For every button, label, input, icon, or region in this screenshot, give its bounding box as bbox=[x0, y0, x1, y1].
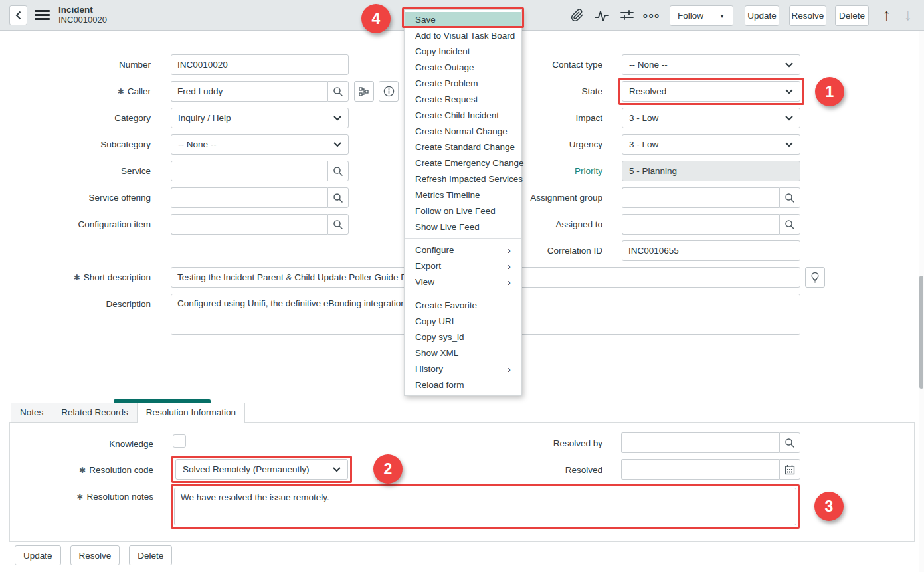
service-offering-input[interactable] bbox=[171, 187, 327, 208]
personalize-form-icon[interactable] bbox=[618, 7, 636, 23]
footer-resolve-button[interactable]: Resolve bbox=[70, 545, 120, 565]
page-title: Incident bbox=[58, 5, 107, 15]
scroll-to-bottom-icon[interactable]: ↓ bbox=[898, 4, 918, 25]
scroll-to-top-icon[interactable]: ↑ bbox=[877, 4, 897, 25]
caller-lookup-button[interactable] bbox=[327, 81, 349, 102]
menu-item-create-favorite[interactable]: Create Favorite bbox=[405, 298, 521, 314]
impact-select[interactable]: 3 - Low bbox=[622, 108, 800, 128]
correlation-id-input[interactable] bbox=[622, 240, 800, 261]
urgency-select[interactable]: 3 - Low bbox=[622, 134, 800, 155]
search-icon bbox=[333, 193, 343, 203]
menu-item-view[interactable]: View› bbox=[405, 274, 521, 290]
menu-item-save[interactable]: Save bbox=[405, 12, 521, 28]
menu-item-create-emergency-change[interactable]: Create Emergency Change bbox=[405, 155, 521, 171]
caller-label: ✱Caller bbox=[0, 86, 151, 96]
number-label: Number bbox=[0, 60, 151, 70]
subcategory-select[interactable]: -- None -- bbox=[171, 134, 349, 155]
scrollbar-thumb[interactable] bbox=[919, 276, 923, 389]
menu-item-copy-sys-id[interactable]: Copy sys_id bbox=[405, 330, 521, 345]
resolved-by-lookup-button[interactable] bbox=[779, 432, 800, 453]
menu-item-copy-url[interactable]: Copy URL bbox=[405, 314, 521, 330]
chevron-down-icon bbox=[333, 116, 341, 121]
description-label: Description bbox=[0, 299, 151, 309]
caller-input[interactable] bbox=[171, 81, 327, 102]
submenu-arrow-icon: › bbox=[508, 258, 511, 274]
menu-item-export[interactable]: Export› bbox=[405, 258, 521, 274]
context-menu-hamburger-icon[interactable] bbox=[35, 8, 50, 22]
header-update-button[interactable]: Update bbox=[745, 5, 779, 26]
header-delete-button[interactable]: Delete bbox=[835, 5, 869, 26]
menu-item-show-xml[interactable]: Show XML bbox=[405, 345, 521, 361]
attachment-icon[interactable] bbox=[569, 7, 586, 23]
resolved-by-input[interactable] bbox=[621, 432, 779, 453]
configuration-item-input[interactable] bbox=[171, 214, 327, 235]
required-marker-icon: ✱ bbox=[118, 87, 124, 96]
assigned-to-input[interactable] bbox=[622, 214, 779, 235]
resolved-label: Resolved bbox=[425, 465, 602, 475]
priority-readonly-field: 5 - Planning bbox=[622, 161, 800, 181]
service-input[interactable] bbox=[171, 161, 327, 181]
caller-hierarchy-button[interactable] bbox=[354, 81, 374, 102]
short-description-label: ✱Short description bbox=[0, 272, 151, 282]
state-select[interactable]: Resolved bbox=[622, 81, 800, 102]
number-input[interactable] bbox=[171, 54, 349, 75]
chevron-down-icon bbox=[785, 142, 793, 147]
header-resolve-button[interactable]: Resolve bbox=[789, 5, 826, 26]
menu-item-refresh-impacted-services[interactable]: Refresh Impacted Services bbox=[405, 171, 521, 187]
menu-item-create-normal-change[interactable]: Create Normal Change bbox=[405, 124, 521, 140]
record-number: INC0010020 bbox=[58, 15, 107, 25]
required-marker-icon: ✱ bbox=[79, 466, 86, 475]
more-options-icon[interactable]: ooo bbox=[640, 9, 663, 22]
resolution-code-select[interactable]: Solved Remotely (Permanently) bbox=[175, 459, 348, 480]
menu-item-metrics-timeline[interactable]: Metrics Timeline bbox=[405, 187, 521, 203]
menu-item-create-child-incident[interactable]: Create Child Incident bbox=[405, 108, 521, 124]
chevron-down-icon bbox=[333, 467, 341, 472]
resolved-date-input[interactable] bbox=[621, 459, 779, 480]
active-tab-indicator bbox=[114, 399, 211, 403]
caller-info-button[interactable] bbox=[379, 81, 399, 102]
suggestion-lightbulb-button[interactable] bbox=[805, 267, 825, 288]
footer-delete-button[interactable]: Delete bbox=[129, 545, 172, 565]
chevron-down-icon bbox=[333, 142, 341, 147]
menu-item-history[interactable]: History› bbox=[405, 361, 521, 377]
contact-type-select[interactable]: -- None -- bbox=[622, 54, 800, 75]
tab-notes[interactable]: Notes bbox=[11, 403, 52, 423]
assignment-group-lookup-button[interactable] bbox=[779, 187, 800, 208]
resolution-notes-textarea[interactable]: We have resolved the issue remotely. bbox=[174, 488, 796, 525]
follow-button[interactable]: Follow bbox=[670, 5, 711, 26]
annotation-step-4: 4 bbox=[361, 4, 391, 33]
menu-item-follow-on-live-feed[interactable]: Follow on Live Feed bbox=[405, 203, 521, 219]
category-label: Category bbox=[0, 113, 151, 123]
menu-item-create-problem[interactable]: Create Problem bbox=[405, 76, 521, 92]
configuration-item-lookup-button[interactable] bbox=[327, 214, 349, 235]
annotation-step-3: 3 bbox=[814, 492, 844, 521]
back-button[interactable] bbox=[9, 5, 27, 25]
knowledge-checkbox[interactable] bbox=[173, 434, 186, 448]
assignment-group-input[interactable] bbox=[622, 187, 779, 208]
service-offering-lookup-button[interactable] bbox=[327, 187, 349, 208]
lightbulb-icon bbox=[810, 272, 820, 283]
assigned-to-lookup-button[interactable] bbox=[779, 214, 800, 235]
search-icon bbox=[333, 86, 343, 97]
submenu-arrow-icon: › bbox=[508, 242, 511, 258]
service-lookup-button[interactable] bbox=[327, 161, 349, 181]
follow-dropdown-button[interactable]: ▾ bbox=[711, 5, 733, 26]
menu-item-create-standard-change[interactable]: Create Standard Change bbox=[405, 140, 521, 155]
menu-item-add-to-visual-task-board[interactable]: Add to Visual Task Board bbox=[405, 28, 521, 44]
activity-stream-icon[interactable] bbox=[593, 7, 611, 23]
menu-item-create-outage[interactable]: Create Outage bbox=[405, 60, 521, 76]
footer-update-button[interactable]: Update bbox=[15, 545, 61, 565]
menu-item-create-request[interactable]: Create Request bbox=[405, 92, 521, 108]
resolved-calendar-button[interactable] bbox=[779, 459, 800, 480]
menu-item-configure[interactable]: Configure› bbox=[405, 242, 521, 258]
search-icon bbox=[785, 438, 795, 448]
tab-resolution-information[interactable]: Resolution Information bbox=[137, 403, 245, 423]
category-select[interactable]: Inquiry / Help bbox=[171, 108, 349, 128]
resolution-notes-label: ✱Resolution notes bbox=[0, 492, 153, 502]
menu-item-copy-incident[interactable]: Copy Incident bbox=[405, 44, 521, 60]
chevron-down-icon bbox=[785, 116, 793, 121]
menu-item-reload-form[interactable]: Reload form bbox=[405, 377, 521, 393]
menu-item-show-live-feed[interactable]: Show Live Feed bbox=[405, 219, 521, 235]
tab-related-records[interactable]: Related Records bbox=[52, 403, 138, 423]
search-icon bbox=[333, 166, 343, 177]
